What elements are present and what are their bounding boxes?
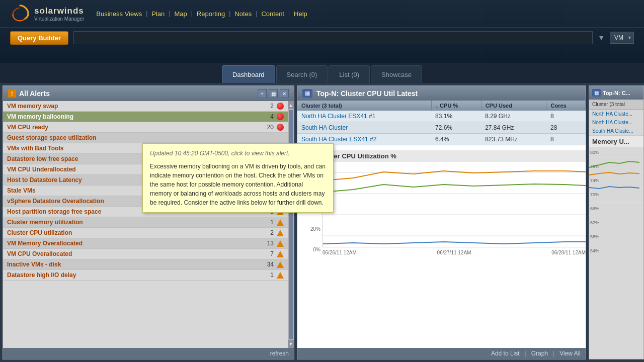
topn-footer: Add to List | Graph | View All bbox=[297, 348, 586, 359]
alert-row[interactable]: Guest storage space utilization bbox=[3, 133, 288, 143]
header: solarwinds Virtualization Manager Busine… bbox=[0, 0, 644, 63]
tab-bar: Dashboard Search (0) List (0) Showcase bbox=[0, 63, 644, 83]
add-icon[interactable]: + bbox=[258, 89, 267, 98]
nav-links: Business Views | Plan | Map | Reporting … bbox=[94, 10, 309, 18]
y-label-20: 20% bbox=[310, 226, 320, 232]
alert-indicator-orange bbox=[277, 261, 284, 268]
vm-dropdown-wrapper: VM bbox=[610, 32, 634, 44]
alert-row[interactable]: Datastore high I/O delay1 bbox=[3, 270, 288, 281]
alert-indicator-orange bbox=[277, 219, 284, 226]
alert-row-name: Inactive VMs - disk bbox=[7, 261, 259, 268]
alerts-panel: ! All Alerts + ▦ ✕ VM memory swap2VM mem… bbox=[3, 85, 294, 359]
table-cell-cpu-used: 823.73 MHz bbox=[481, 134, 546, 145]
logo-area: solarwinds Virtualization Manager bbox=[10, 4, 84, 24]
alert-row-count: 4 bbox=[259, 113, 274, 120]
partial-y-4: 70% bbox=[590, 192, 599, 197]
alert-row-count: 2 bbox=[259, 229, 274, 236]
close-icon[interactable]: ✕ bbox=[280, 89, 289, 98]
table-cell-cluster[interactable]: South HA Cluster bbox=[297, 122, 431, 134]
tab-showcase[interactable]: Showcase bbox=[371, 65, 422, 83]
vm-dropdown[interactable]: VM bbox=[610, 32, 634, 44]
nav-reporting[interactable]: Reporting bbox=[195, 10, 227, 18]
nav-plan[interactable]: Plan bbox=[149, 10, 167, 18]
alert-row[interactable]: Cluster memory utilization1 bbox=[3, 217, 288, 228]
col-cores: Cores bbox=[546, 101, 586, 111]
partial-row-1[interactable]: North HA Cluste... bbox=[589, 110, 643, 118]
x-label-2: 06/27/11 12AM bbox=[437, 250, 471, 255]
nav-sep-3: | bbox=[191, 10, 193, 17]
alert-row[interactable]: Inactive VMs - disk34 bbox=[3, 259, 288, 270]
grid-icon[interactable]: ▦ bbox=[269, 89, 278, 98]
tab-dashboard[interactable]: Dashboard bbox=[222, 65, 275, 83]
col-cpu-pct: ↓ CPU % bbox=[431, 101, 481, 111]
partial-cluster-header: Cluster (3 total bbox=[589, 100, 643, 110]
scroll-down-button[interactable]: ▼ bbox=[288, 340, 294, 348]
partial-y-labels: 82% 78% 74% 70% 66% 62% 58% 54% bbox=[590, 150, 599, 253]
alert-row[interactable]: VM Memory Overallocated13 bbox=[3, 238, 288, 249]
graph-link[interactable]: Graph bbox=[531, 350, 548, 357]
view-all-link[interactable]: View All bbox=[559, 350, 581, 357]
alert-row[interactable]: VM memory ballooning4 bbox=[3, 112, 288, 122]
chart-container: Cluster CPU Utilization % 80% 60% 40% 20… bbox=[297, 145, 586, 348]
top-nav: solarwinds Virtualization Manager Busine… bbox=[0, 0, 644, 28]
tab-search[interactable]: Search (0) bbox=[276, 65, 328, 83]
cluster-link[interactable]: South HA Cluster ESX41 #2 bbox=[301, 136, 376, 143]
table-cell-cores: 8 bbox=[546, 111, 586, 122]
cluster-link[interactable]: South HA Cluster bbox=[301, 124, 348, 131]
topn-panel: ▦ Top-N: Cluster CPU Util Latest Cluster… bbox=[297, 85, 586, 359]
logo-text-area: solarwinds Virtualization Manager bbox=[34, 6, 84, 22]
chart-title-suffix: tilization % bbox=[362, 152, 396, 160]
search-input[interactable] bbox=[73, 31, 593, 44]
topn-chart-icon: ▦ bbox=[302, 89, 312, 98]
alert-row[interactable]: VM CPU ready20 bbox=[3, 122, 288, 133]
scroll-up-button[interactable]: ▲ bbox=[288, 101, 294, 109]
refresh-button[interactable]: refresh bbox=[270, 350, 289, 357]
chart-x-axis: 06/26/11 12AM 06/27/11 12AM 06/28/11 12A… bbox=[323, 249, 586, 255]
alert-row-name: VM CPU Overallocated bbox=[7, 250, 259, 257]
x-label-1: 06/26/11 12AM bbox=[323, 250, 357, 255]
alerts-header: ! All Alerts + ▦ ✕ bbox=[3, 86, 294, 101]
partial-y-8: 54% bbox=[590, 248, 599, 253]
alert-row-count: 34 bbox=[259, 261, 274, 268]
alerts-body: VM memory swap2VM memory ballooning4VM C… bbox=[3, 101, 294, 348]
table-cell-cpu-pct: 83.1% bbox=[431, 111, 481, 122]
x-label-3: 06/28/11 12AM bbox=[551, 250, 586, 255]
alert-row[interactable]: VM CPU Overallocated7 bbox=[3, 249, 288, 259]
alert-row-name: Cluster memory utilization bbox=[7, 219, 259, 226]
alerts-header-controls: + ▦ ✕ bbox=[258, 89, 289, 98]
dropdown-arrow-icon[interactable]: ▼ bbox=[598, 34, 605, 42]
table-cell-cluster[interactable]: North HA Cluster ESX41 #1 bbox=[297, 111, 431, 122]
alert-row-name: Guest storage space utilization bbox=[7, 134, 266, 141]
tab-list[interactable]: List (0) bbox=[329, 65, 370, 83]
partial-chart-area: 82% 78% 74% 70% 66% 62% 58% 54% bbox=[589, 147, 643, 359]
footer-sep-2: | bbox=[553, 350, 554, 357]
alert-row[interactable]: VM memory swap2 bbox=[3, 101, 288, 112]
topn-table: Cluster (3 total) ↓ CPU % CPU Used Cores… bbox=[297, 101, 586, 145]
partial-y-7: 58% bbox=[590, 234, 599, 239]
nav-help[interactable]: Help bbox=[292, 10, 309, 18]
add-to-list-link[interactable]: Add to List bbox=[491, 350, 520, 357]
partial-row-3[interactable]: South HA Cluste... bbox=[589, 127, 643, 135]
alert-row-count: 1 bbox=[259, 219, 274, 226]
query-builder-button[interactable]: Query Builder bbox=[10, 31, 68, 45]
main-chart-svg bbox=[323, 162, 586, 247]
sub-nav: Query Builder ▼ VM bbox=[0, 28, 644, 48]
scroll-track: ▲ ▼ bbox=[288, 101, 294, 348]
alert-indicator-orange bbox=[277, 272, 284, 279]
partial-y-5: 66% bbox=[590, 206, 599, 211]
nav-map[interactable]: Map bbox=[172, 10, 189, 18]
alert-row[interactable]: Cluster CPU utilization2 bbox=[3, 228, 288, 238]
alert-indicator-red bbox=[277, 124, 284, 131]
tooltip-title: Updated 10:45:20 GMT-0500, click to view… bbox=[150, 149, 326, 158]
alert-row-count: 7 bbox=[259, 250, 274, 257]
nav-content[interactable]: Content bbox=[259, 10, 286, 18]
nav-business-views[interactable]: Business Views bbox=[94, 10, 144, 18]
partial-y-1: 82% bbox=[590, 150, 599, 155]
nav-sep-2: | bbox=[169, 10, 170, 17]
cluster-link[interactable]: North HA Cluster ESX41 #1 bbox=[301, 113, 375, 120]
partial-row-2[interactable]: North HA Cluste... bbox=[589, 118, 643, 127]
alert-row-name: VM CPU ready bbox=[7, 124, 259, 131]
nav-notes[interactable]: Notes bbox=[232, 10, 254, 18]
col-cpu-used: CPU Used bbox=[481, 101, 546, 111]
partial-memory-title: Memory U... bbox=[589, 135, 643, 147]
